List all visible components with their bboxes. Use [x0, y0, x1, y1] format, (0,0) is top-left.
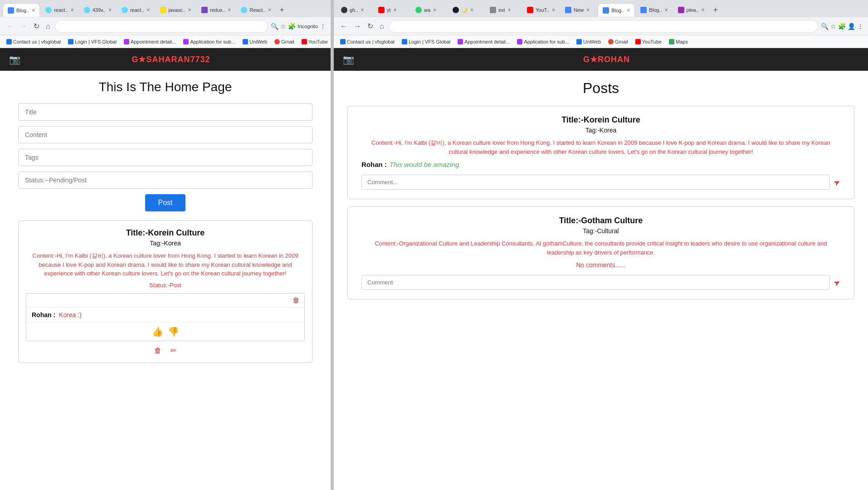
- bk-maps-label-right: Maps: [676, 39, 688, 44]
- comment-input-1[interactable]: [361, 175, 830, 190]
- bookmark-youtube-right[interactable]: YouTube: [633, 38, 664, 45]
- tab-redux[interactable]: redux.. ×: [197, 3, 236, 17]
- tab-js[interactable]: javasc.. ×: [156, 3, 196, 17]
- bk-uniweb-label-right: UniWeb: [583, 39, 601, 44]
- menu-icon-right[interactable]: ⋮: [857, 23, 863, 30]
- reload-button-left[interactable]: ↻: [32, 21, 41, 31]
- status-input[interactable]: [18, 172, 312, 189]
- bookmark-appt-right[interactable]: Appointment detail...: [455, 38, 512, 45]
- tab-github-right[interactable]: gh.. ×: [336, 3, 373, 17]
- bookmark-uniweb[interactable]: UniWeb: [240, 38, 270, 45]
- forward-button-left[interactable]: →: [18, 21, 29, 31]
- edit-post-button[interactable]: ✏: [171, 346, 176, 355]
- tab-react1[interactable]: react.. ×: [41, 3, 78, 17]
- tab-new-close[interactable]: ×: [586, 7, 590, 13]
- star-icon-left[interactable]: ☆: [280, 23, 286, 30]
- post-button[interactable]: Post: [145, 194, 185, 211]
- home-button-left[interactable]: ⌂: [44, 21, 52, 31]
- tab-react3[interactable]: React.. ×: [236, 3, 276, 17]
- post-tag-right-1: Tag:-Korea: [361, 127, 840, 134]
- ext-icon-right[interactable]: 🧩: [838, 23, 846, 30]
- thumbup-button[interactable]: 👍: [152, 326, 163, 337]
- tab-react2[interactable]: react.. ×: [117, 3, 155, 17]
- tab-ext-right[interactable]: ext ×: [485, 3, 522, 17]
- tab-github-close[interactable]: ×: [361, 7, 364, 13]
- address-input-right[interactable]: localhost:3000/#/posts: [389, 20, 818, 33]
- send-comment-button-2[interactable]: ➤: [834, 277, 840, 288]
- tab-moon-right[interactable]: 🌙 ×: [448, 3, 484, 17]
- send-icon-2: ➤: [832, 277, 843, 289]
- ext-icon-left[interactable]: 🧩: [288, 23, 296, 30]
- tab-react3-close[interactable]: ×: [268, 7, 271, 13]
- tab-blog2-right-close[interactable]: ×: [665, 7, 668, 13]
- search-icon-right[interactable]: 🔍: [821, 23, 829, 30]
- bookmark-youtube-left[interactable]: YouTube: [299, 38, 331, 45]
- search-icon-left[interactable]: 🔍: [271, 23, 278, 30]
- bookmark-appt[interactable]: Appointment detail...: [121, 38, 179, 45]
- tab-plea-right[interactable]: plea.. ×: [673, 3, 710, 17]
- bookmark-app[interactable]: Application for sub...: [180, 38, 238, 45]
- bookmark-maps-right[interactable]: Maps: [666, 38, 691, 45]
- bookmark-login[interactable]: Login | VFS Global: [65, 38, 119, 45]
- right-page-scroll[interactable]: Posts Title:-Korein Culture Tag:-Korea C…: [334, 71, 868, 490]
- delete-post-button[interactable]: 🗑: [154, 346, 161, 355]
- tab-439-close[interactable]: ×: [108, 7, 112, 13]
- react3-favicon: [122, 7, 128, 13]
- right-bookmarks-bar: Contact us | vfsglobal Login | VFS Globa…: [334, 35, 868, 48]
- star-icon-right[interactable]: ☆: [830, 23, 836, 30]
- tab-react2-close[interactable]: ×: [147, 7, 150, 13]
- left-page-scroll[interactable]: This Is The Home Page Post Title:-Korein…: [0, 71, 331, 490]
- tab-plea-close[interactable]: ×: [701, 7, 704, 13]
- tab-moon-close[interactable]: ×: [470, 7, 473, 13]
- tab-blog-right-active[interactable]: Blog.. ×: [598, 3, 635, 17]
- tab-js-close[interactable]: ×: [188, 7, 191, 13]
- forward-button-right[interactable]: →: [352, 21, 363, 31]
- send-comment-button-1[interactable]: ➤: [834, 177, 840, 187]
- tab-github-label: gh..: [350, 7, 358, 13]
- new-tab-button-left[interactable]: +: [277, 5, 287, 15]
- tab-blog-right-close[interactable]: ×: [627, 7, 630, 14]
- tab-blog1-close[interactable]: ×: [32, 7, 35, 14]
- tab-wa-close[interactable]: ×: [433, 7, 436, 13]
- menu-icon-left[interactable]: ⋮: [320, 23, 326, 30]
- delete-comment-btn[interactable]: 🗑: [293, 296, 300, 304]
- tab-wa-right[interactable]: wa ×: [411, 3, 447, 17]
- tab-youtube-right[interactable]: YouT.. ×: [522, 3, 560, 17]
- tab-youtube-close[interactable]: ×: [552, 7, 555, 13]
- back-button-right[interactable]: ←: [338, 21, 349, 31]
- comments-scroll-left[interactable]: Rohan : Korea :): [26, 308, 304, 323]
- bookmark-contact-right[interactable]: Contact us | vfsglobal: [337, 38, 397, 45]
- bk-uniweb-icon: [243, 39, 248, 44]
- tab-yt1-close[interactable]: ×: [394, 7, 397, 13]
- bk-appt-label: Appointment detail...: [131, 39, 176, 44]
- tab-redux-close[interactable]: ×: [228, 7, 231, 13]
- new-tab-button-right[interactable]: +: [711, 5, 721, 15]
- bk-maps-icon-right: [669, 39, 674, 44]
- tab-new-right[interactable]: New ×: [561, 3, 597, 17]
- bookmark-gmail-right[interactable]: Gmail: [605, 38, 631, 45]
- reload-button-right[interactable]: ↻: [366, 21, 375, 31]
- tab-blog1[interactable]: Blog.. ×: [3, 3, 40, 17]
- comment-input-2[interactable]: [361, 275, 830, 290]
- bookmark-gmail[interactable]: Gmail: [272, 38, 297, 45]
- post-card-right-1: Title:-Korein Culture Tag:-Korea Content…: [347, 106, 854, 199]
- back-button-left[interactable]: ←: [5, 21, 15, 31]
- tab-439[interactable]: 439v.. ×: [79, 3, 116, 17]
- thumbdown-button[interactable]: 👎: [168, 326, 179, 337]
- home-button-right[interactable]: ⌂: [378, 21, 386, 31]
- tab-yt1-right[interactable]: yt ×: [374, 3, 410, 17]
- bookmark-uniweb-right[interactable]: UniWeb: [574, 38, 604, 45]
- bk-contact-label: Contact us | vfsglobal: [13, 39, 61, 44]
- tab-ext-close[interactable]: ×: [508, 7, 511, 13]
- address-input-left[interactable]: localhost:3000/#/home: [55, 20, 268, 33]
- profile-icon-right[interactable]: 👤: [848, 23, 855, 30]
- bookmark-login-right[interactable]: Login | VFS Global: [399, 38, 453, 45]
- content-input[interactable]: [18, 126, 312, 143]
- tab-blog2-right[interactable]: Blog.. ×: [636, 3, 672, 17]
- comment-text-left: Korea :): [59, 311, 82, 318]
- bookmark-app-right[interactable]: Application for sub...: [514, 38, 572, 45]
- title-input[interactable]: [18, 103, 312, 121]
- tab-react1-close[interactable]: ×: [71, 7, 74, 13]
- tags-input[interactable]: [18, 149, 312, 166]
- bookmark-contact[interactable]: Contact us | vfsglobal: [4, 38, 63, 45]
